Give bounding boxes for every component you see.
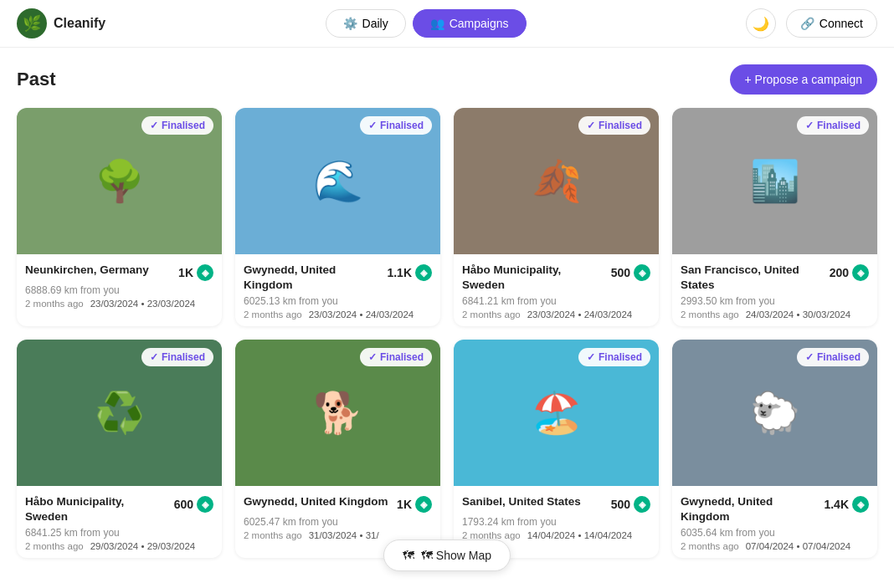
card-meta: 2 months ago 23/03/2024 • 24/03/2024 — [244, 309, 432, 320]
card-meta: 2 months ago 07/04/2024 • 07/04/2024 — [681, 541, 869, 551]
finalised-badge: ✓ Finalised — [141, 348, 213, 366]
card-date-range: 29/03/2024 • 29/03/2024 — [90, 541, 196, 551]
card-time-ago: 2 months ago — [25, 299, 84, 309]
link-icon: 🔗 — [800, 17, 814, 30]
card-title-row: Håbo Municipality, Sweden 500 ◈ — [462, 263, 650, 292]
card-distance: 6035.64 km from you — [681, 527, 869, 539]
card-points: 1K ◈ — [178, 263, 213, 281]
card-date-range: 23/03/2024 • 24/03/2024 — [527, 309, 633, 320]
points-icon: ◈ — [852, 496, 869, 513]
card-location: Gwynedd, United Kingdom — [244, 494, 392, 509]
tab-campaigns[interactable]: 👥 Campaigns — [413, 9, 527, 38]
daily-icon: ⚙️ — [343, 17, 357, 30]
finalised-badge: ✓ Finalised — [360, 348, 432, 366]
finalised-label: Finalised — [380, 120, 424, 131]
map-icon: 🗺 — [403, 549, 414, 562]
points-value: 1.1K — [387, 266, 412, 279]
card-body: Håbo Municipality, Sweden 600 ◈ 6841.25 … — [17, 486, 222, 558]
points-icon: ◈ — [415, 264, 432, 281]
points-value: 1.4K — [824, 498, 849, 511]
card-body: Sanibel, United States 500 ◈ 1793.24 km … — [454, 486, 659, 547]
card-body: San Francisco, United States 200 ◈ 2993.… — [672, 254, 877, 326]
card-date-range: 23/03/2024 • 24/03/2024 — [309, 309, 414, 320]
card-title-row: Håbo Municipality, Sweden 600 ◈ — [25, 494, 213, 524]
card-distance: 6025.47 km from you — [244, 516, 432, 528]
campaign-card[interactable]: ♻️ ✓ Finalised Håbo Municipality, Sweden… — [17, 340, 222, 558]
logo-area: 🌿 Cleanify — [17, 8, 105, 38]
card-body: Håbo Municipality, Sweden 500 ◈ 6841.21 … — [454, 254, 659, 326]
card-title-row: Sanibel, United States 500 ◈ — [462, 494, 650, 513]
points-icon: ◈ — [197, 264, 213, 281]
main-content: Past + Propose a campaign 🌳 ✓ Finalised … — [0, 48, 894, 575]
finalised-badge: ✓ Finalised — [578, 348, 650, 366]
card-date-range: 31/03/2024 • 31/ — [309, 530, 379, 540]
finalised-badge: ✓ Finalised — [578, 116, 650, 135]
points-icon: ◈ — [634, 496, 650, 513]
card-points: 500 ◈ — [611, 494, 650, 513]
campaign-card[interactable]: 🏙️ ✓ Finalised San Francisco, United Sta… — [672, 108, 877, 326]
show-map-bar[interactable]: 🗺 🗺 Show Map — [383, 539, 511, 571]
connect-label: Connect — [820, 17, 863, 30]
card-location: Gwynedd, United Kingdom — [244, 263, 382, 292]
campaign-card[interactable]: 🌊 ✓ Finalised Gwynedd, United Kingdom 1.… — [235, 108, 440, 326]
points-value: 1K — [397, 498, 412, 511]
card-title-row: Gwynedd, United Kingdom 1K ◈ — [244, 494, 432, 513]
card-image-wrapper: 🏙️ ✓ Finalised — [672, 108, 877, 254]
points-value: 600 — [174, 498, 193, 511]
card-distance: 6841.21 km from you — [462, 295, 650, 307]
nav-tabs: ⚙️ Daily 👥 Campaigns — [326, 9, 527, 38]
header: 🌿 Cleanify ⚙️ Daily 👥 Campaigns 🌙 🔗 Conn… — [0, 0, 894, 48]
campaign-card[interactable]: 🏖️ ✓ Finalised Sanibel, United States 50… — [454, 340, 659, 558]
card-meta: 2 months ago 29/03/2024 • 29/03/2024 — [25, 541, 213, 551]
card-location: San Francisco, United States — [681, 263, 825, 292]
check-icon: ✓ — [805, 351, 814, 363]
campaign-card[interactable]: 🐑 ✓ Finalised Gwynedd, United Kingdom 1.… — [672, 340, 877, 558]
card-image-wrapper: 🌳 ✓ Finalised — [17, 108, 222, 254]
finalised-badge: ✓ Finalised — [360, 116, 432, 135]
card-distance: 1793.24 km from you — [462, 516, 650, 528]
section-header: Past + Propose a campaign — [17, 64, 877, 95]
finalised-badge: ✓ Finalised — [797, 348, 869, 366]
card-distance: 2993.50 km from you — [681, 295, 869, 307]
check-icon: ✓ — [368, 351, 377, 363]
card-body: Gwynedd, United Kingdom 1.4K ◈ 6035.64 k… — [672, 486, 877, 558]
campaign-card[interactable]: 🌳 ✓ Finalised Neunkirchen, Germany 1K ◈ … — [17, 108, 222, 326]
show-map-label: 🗺 Show Map — [421, 549, 491, 562]
card-date-range: 23/03/2024 • 23/03/2024 — [90, 299, 196, 309]
dark-mode-button[interactable]: 🌙 — [746, 8, 776, 38]
card-image-wrapper: 🏖️ ✓ Finalised — [454, 340, 659, 486]
check-icon: ✓ — [587, 351, 595, 363]
points-icon: ◈ — [852, 264, 869, 281]
card-location: Neunkirchen, Germany — [25, 263, 173, 278]
card-location: Gwynedd, United Kingdom — [681, 494, 819, 524]
tab-daily[interactable]: ⚙️ Daily — [326, 9, 406, 38]
points-icon: ◈ — [415, 496, 432, 513]
header-actions: 🌙 🔗 Connect — [746, 8, 877, 38]
connect-button[interactable]: 🔗 Connect — [786, 9, 877, 38]
check-icon: ✓ — [368, 120, 377, 131]
card-image-wrapper: 🐕 ✓ Finalised — [235, 340, 440, 486]
finalised-label: Finalised — [162, 120, 205, 131]
points-icon: ◈ — [634, 264, 650, 281]
card-time-ago: 2 months ago — [244, 530, 302, 540]
campaign-card[interactable]: 🐕 ✓ Finalised Gwynedd, United Kingdom 1K… — [235, 340, 440, 558]
check-icon: ✓ — [150, 120, 158, 131]
check-icon: ✓ — [587, 120, 595, 131]
propose-campaign-button[interactable]: + Propose a campaign — [730, 64, 877, 95]
points-value: 1K — [178, 266, 193, 279]
finalised-label: Finalised — [162, 351, 205, 363]
campaign-card[interactable]: 🍂 ✓ Finalised Håbo Municipality, Sweden … — [454, 108, 659, 326]
finalised-label: Finalised — [599, 120, 642, 131]
campaigns-grid: 🌳 ✓ Finalised Neunkirchen, Germany 1K ◈ … — [17, 108, 877, 558]
card-points: 600 ◈ — [174, 494, 213, 513]
campaigns-icon: 👥 — [430, 17, 444, 30]
finalised-badge: ✓ Finalised — [797, 116, 869, 135]
card-title-row: Neunkirchen, Germany 1K ◈ — [25, 263, 213, 281]
card-points: 1.4K ◈ — [824, 494, 869, 513]
tab-campaigns-label: Campaigns — [450, 17, 509, 30]
check-icon: ✓ — [805, 120, 814, 131]
points-value: 500 — [611, 266, 630, 279]
card-body: Neunkirchen, Germany 1K ◈ 6888.69 km fro… — [17, 254, 222, 315]
card-location: Håbo Municipality, Sweden — [462, 263, 606, 292]
app-name: Cleanify — [54, 16, 105, 31]
